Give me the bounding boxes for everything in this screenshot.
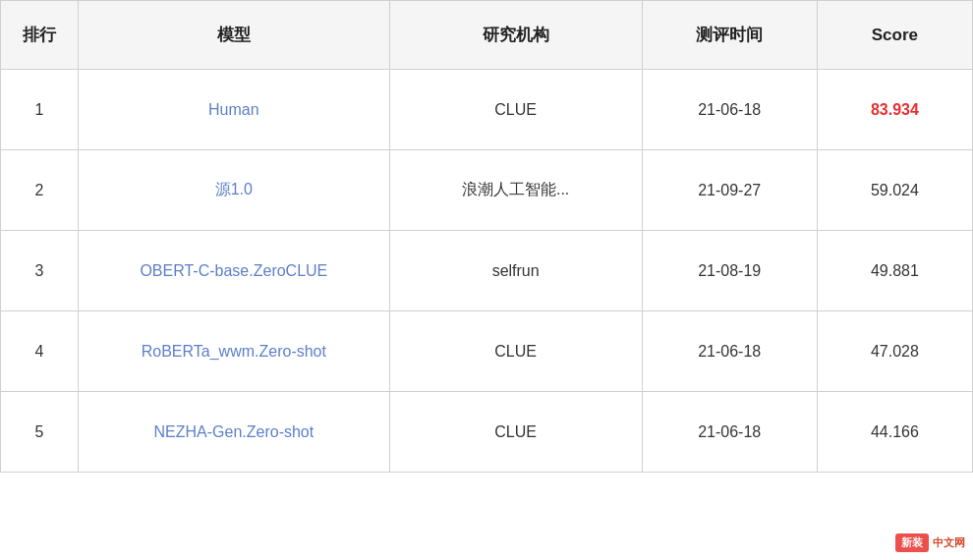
cell-score: 59.024 [817, 150, 972, 231]
cell-org: 浪潮人工智能... [389, 150, 642, 231]
cell-score: 83.934 [817, 70, 972, 150]
cell-date: 21-06-18 [642, 311, 817, 392]
header-model: 模型 [79, 1, 389, 70]
watermark: 新装 中文网 [895, 533, 965, 552]
watermark-text: 中文网 [933, 535, 965, 550]
model-link[interactable]: 源1.0 [215, 181, 253, 197]
cell-model[interactable]: Human [79, 70, 389, 150]
leaderboard-container: 排行 模型 研究机构 测评时间 Score 1HumanCLUE21-06-18… [0, 0, 973, 560]
cell-model[interactable]: 源1.0 [79, 150, 389, 231]
score-value: 49.881 [871, 262, 919, 279]
model-link[interactable]: OBERT-C-base.ZeroCLUE [140, 262, 327, 279]
table-row: 4RoBERTa_wwm.Zero-shotCLUE21-06-1847.028 [1, 311, 973, 392]
cell-rank: 1 [1, 70, 79, 150]
header-org: 研究机构 [389, 1, 642, 70]
cell-date: 21-06-18 [642, 392, 817, 473]
cell-score: 47.028 [817, 311, 972, 392]
cell-rank: 3 [1, 231, 79, 311]
cell-org: CLUE [389, 311, 642, 392]
score-value: 59.024 [871, 182, 919, 198]
table-row: 2源1.0浪潮人工智能...21-09-2759.024 [1, 150, 973, 231]
model-link[interactable]: Human [208, 101, 259, 118]
cell-score: 44.166 [817, 392, 972, 473]
score-value: 47.028 [871, 343, 919, 360]
score-value: 44.166 [871, 423, 919, 440]
header-date: 测评时间 [642, 1, 817, 70]
cell-score: 49.881 [817, 231, 972, 311]
header-rank: 排行 [1, 1, 79, 70]
cell-date: 21-06-18 [642, 70, 817, 150]
cell-org: CLUE [389, 392, 642, 473]
cell-rank: 2 [1, 150, 79, 231]
cell-date: 21-08-19 [642, 231, 817, 311]
table-row: 3OBERT-C-base.ZeroCLUEselfrun21-08-1949.… [1, 231, 973, 311]
cell-model[interactable]: OBERT-C-base.ZeroCLUE [79, 231, 389, 311]
watermark-badge: 新装 [895, 533, 929, 552]
header-score: Score [817, 1, 972, 70]
cell-org: CLUE [389, 70, 642, 150]
leaderboard-table: 排行 模型 研究机构 测评时间 Score 1HumanCLUE21-06-18… [0, 0, 973, 473]
cell-rank: 4 [1, 311, 79, 392]
score-value: 83.934 [871, 101, 919, 118]
cell-model[interactable]: RoBERTa_wwm.Zero-shot [79, 311, 389, 392]
table-header-row: 排行 模型 研究机构 测评时间 Score [1, 1, 973, 70]
model-link[interactable]: NEZHA-Gen.Zero-shot [153, 423, 314, 440]
cell-date: 21-09-27 [642, 150, 817, 231]
table-row: 1HumanCLUE21-06-1883.934 [1, 70, 973, 150]
cell-rank: 5 [1, 392, 79, 473]
cell-model[interactable]: NEZHA-Gen.Zero-shot [79, 392, 389, 473]
model-link[interactable]: RoBERTa_wwm.Zero-shot [142, 343, 326, 360]
cell-org: selfrun [389, 231, 642, 311]
table-row: 5NEZHA-Gen.Zero-shotCLUE21-06-1844.166 [1, 392, 973, 473]
